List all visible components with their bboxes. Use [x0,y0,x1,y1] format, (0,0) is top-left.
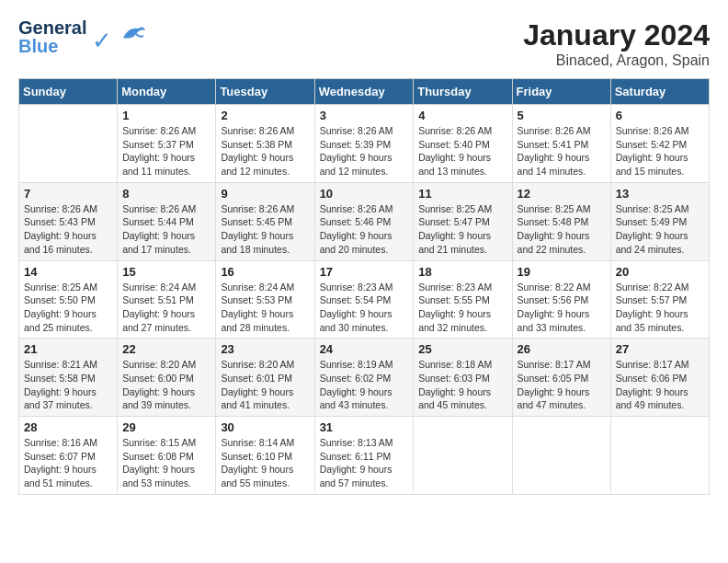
day-number: 14 [24,265,112,279]
sunset-text: Sunset: 5:51 PM [122,293,210,307]
calendar-cell: 19 Sunrise: 8:22 AM Sunset: 5:56 PM Dayl… [512,260,610,339]
day-number: 24 [320,342,409,356]
calendar-cell: 14 Sunrise: 8:25 AM Sunset: 5:50 PM Dayl… [19,260,118,339]
sunset-text: Sunset: 6:05 PM [518,372,606,385]
day-info: Sunrise: 8:26 AM Sunset: 5:37 PM Dayligh… [122,124,210,178]
day-number: 10 [320,187,409,201]
day-info: Sunrise: 8:25 AM Sunset: 5:50 PM Dayligh… [24,281,112,335]
sunset-text: Sunset: 6:03 PM [418,372,506,385]
sunrise-text: Sunrise: 8:26 AM [24,202,112,216]
day-info: Sunrise: 8:26 AM Sunset: 5:38 PM Dayligh… [221,124,309,178]
day-number: 6 [616,109,704,122]
day-number: 11 [418,187,506,201]
day-info: Sunrise: 8:24 AM Sunset: 5:53 PM Dayligh… [221,281,309,335]
sunset-text: Sunset: 6:01 PM [221,372,309,385]
calendar-week-row: 14 Sunrise: 8:25 AM Sunset: 5:50 PM Dayl… [19,260,710,339]
header: General Blue ✓ January 2024 Binaced, Ara… [18,18,710,69]
sunset-text: Sunset: 5:47 PM [418,215,506,229]
day-number: 17 [320,265,409,279]
sunrise-text: Sunrise: 8:25 AM [418,202,506,216]
sunrise-text: Sunrise: 8:26 AM [320,124,409,138]
sunrise-text: Sunrise: 8:26 AM [418,124,506,138]
calendar-cell: 20 Sunrise: 8:22 AM Sunset: 5:57 PM Dayl… [610,260,709,339]
day-number: 4 [418,109,506,122]
day-number: 28 [24,420,112,434]
column-header-wednesday: Wednesday [314,79,414,105]
logo-bird-icon: ✓ [92,19,148,55]
day-info: Sunrise: 8:17 AM Sunset: 6:05 PM Dayligh… [518,358,606,412]
calendar-cell [512,417,610,495]
sunset-text: Sunset: 6:02 PM [320,372,409,385]
day-number: 16 [221,265,309,279]
day-info: Sunrise: 8:26 AM Sunset: 5:46 PM Dayligh… [320,202,409,257]
calendar-cell [19,105,118,183]
day-info: Sunrise: 8:24 AM Sunset: 5:51 PM Dayligh… [122,281,210,335]
daylight-text: Daylight: 9 hours and 28 minutes. [221,307,309,334]
sunrise-text: Sunrise: 8:21 AM [24,358,112,372]
calendar-cell: 31 Sunrise: 8:13 AM Sunset: 6:11 PM Dayl… [314,417,414,495]
sunrise-text: Sunrise: 8:13 AM [320,436,409,450]
sunrise-text: Sunrise: 8:16 AM [24,436,112,450]
sunset-text: Sunset: 5:38 PM [221,138,309,152]
calendar-cell: 2 Sunrise: 8:26 AM Sunset: 5:38 PM Dayli… [216,105,314,183]
sunset-text: Sunset: 5:50 PM [24,293,112,307]
daylight-text: Daylight: 9 hours and 37 minutes. [24,385,112,412]
sunrise-text: Sunrise: 8:24 AM [221,281,309,294]
calendar-cell: 24 Sunrise: 8:19 AM Sunset: 6:02 PM Dayl… [314,339,414,417]
calendar-cell: 23 Sunrise: 8:20 AM Sunset: 6:01 PM Dayl… [216,339,314,417]
day-number: 21 [24,342,112,356]
sunset-text: Sunset: 5:57 PM [616,293,704,307]
calendar-cell [414,417,512,495]
sunrise-text: Sunrise: 8:19 AM [320,358,409,372]
sunset-text: Sunset: 5:43 PM [24,215,112,229]
calendar-week-row: 28 Sunrise: 8:16 AM Sunset: 6:07 PM Dayl… [19,417,710,495]
sunrise-text: Sunrise: 8:25 AM [518,202,606,216]
column-header-friday: Friday [512,79,610,105]
daylight-text: Daylight: 9 hours and 22 minutes. [518,229,606,256]
sunset-text: Sunset: 5:49 PM [616,215,704,229]
day-info: Sunrise: 8:26 AM Sunset: 5:43 PM Dayligh… [24,202,112,257]
sunrise-text: Sunrise: 8:18 AM [418,358,506,372]
sunset-text: Sunset: 5:42 PM [616,138,704,152]
sunset-text: Sunset: 5:48 PM [518,215,606,229]
daylight-text: Daylight: 9 hours and 43 minutes. [320,385,409,412]
sunset-text: Sunset: 5:39 PM [320,138,409,152]
day-info: Sunrise: 8:17 AM Sunset: 6:06 PM Dayligh… [616,358,704,412]
sunset-text: Sunset: 5:45 PM [221,215,309,229]
calendar-cell: 8 Sunrise: 8:26 AM Sunset: 5:44 PM Dayli… [118,182,216,260]
column-header-saturday: Saturday [610,79,709,105]
page-title: January 2024 [523,18,710,52]
daylight-text: Daylight: 9 hours and 45 minutes. [418,385,506,412]
sunrise-text: Sunrise: 8:26 AM [221,124,309,138]
calendar-cell: 5 Sunrise: 8:26 AM Sunset: 5:41 PM Dayli… [512,105,610,183]
calendar-cell: 28 Sunrise: 8:16 AM Sunset: 6:07 PM Dayl… [19,417,118,495]
column-header-thursday: Thursday [414,79,512,105]
sunset-text: Sunset: 5:58 PM [24,372,112,385]
day-info: Sunrise: 8:26 AM Sunset: 5:41 PM Dayligh… [518,124,606,178]
sunrise-text: Sunrise: 8:17 AM [616,358,704,372]
day-info: Sunrise: 8:15 AM Sunset: 6:08 PM Dayligh… [122,436,210,490]
daylight-text: Daylight: 9 hours and 32 minutes. [418,307,506,334]
sunset-text: Sunset: 5:44 PM [122,215,210,229]
sunset-text: Sunset: 5:41 PM [518,138,606,152]
column-header-tuesday: Tuesday [216,79,314,105]
sunrise-text: Sunrise: 8:20 AM [122,358,210,372]
daylight-text: Daylight: 9 hours and 24 minutes. [616,229,704,256]
day-info: Sunrise: 8:22 AM Sunset: 5:56 PM Dayligh… [518,281,606,335]
sunrise-text: Sunrise: 8:14 AM [221,436,309,450]
day-info: Sunrise: 8:16 AM Sunset: 6:07 PM Dayligh… [24,436,112,490]
day-info: Sunrise: 8:20 AM Sunset: 6:01 PM Dayligh… [221,358,309,412]
day-number: 27 [616,342,704,356]
calendar-cell: 3 Sunrise: 8:26 AM Sunset: 5:39 PM Dayli… [314,105,414,183]
calendar-cell: 30 Sunrise: 8:14 AM Sunset: 6:10 PM Dayl… [216,417,314,495]
sunset-text: Sunset: 5:56 PM [518,293,606,307]
day-number: 19 [518,265,606,279]
day-info: Sunrise: 8:23 AM Sunset: 5:55 PM Dayligh… [418,281,506,335]
day-info: Sunrise: 8:22 AM Sunset: 5:57 PM Dayligh… [616,281,704,335]
calendar-cell: 18 Sunrise: 8:23 AM Sunset: 5:55 PM Dayl… [414,260,512,339]
calendar-week-row: 21 Sunrise: 8:21 AM Sunset: 5:58 PM Dayl… [19,339,710,417]
calendar-cell: 15 Sunrise: 8:24 AM Sunset: 5:51 PM Dayl… [118,260,216,339]
sunset-text: Sunset: 5:46 PM [320,215,409,229]
calendar-week-row: 7 Sunrise: 8:26 AM Sunset: 5:43 PM Dayli… [19,182,710,260]
sunset-text: Sunset: 5:53 PM [221,293,309,307]
